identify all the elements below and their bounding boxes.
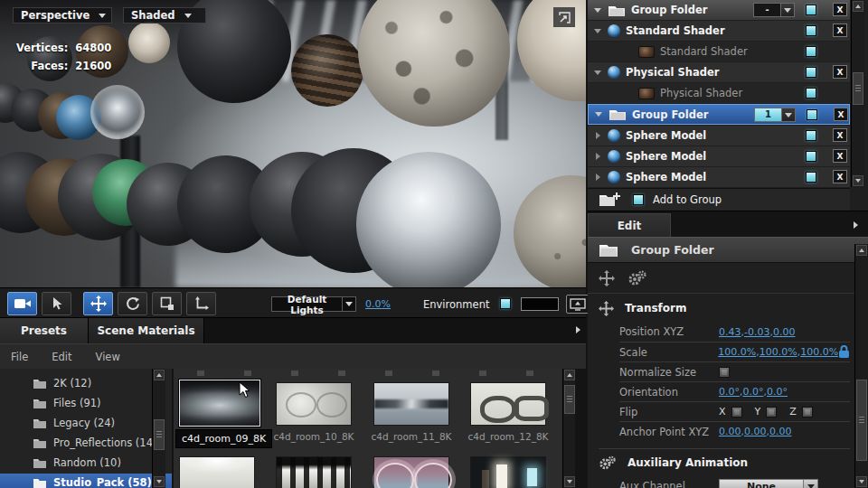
scroll-down-icon[interactable] (154, 476, 165, 487)
folder-item-legacy[interactable]: Legacy (24) (0, 414, 172, 432)
tree-row-sphere-model-3[interactable]: Sphere Model X (588, 167, 850, 187)
light-intensity-value[interactable]: 0.0% (365, 298, 391, 310)
transform-move-icon[interactable] (599, 270, 615, 286)
folder-tree-scrollbar[interactable] (152, 369, 165, 488)
material-sphere[interactable] (358, 0, 510, 127)
thumbnail-row2-2[interactable] (276, 456, 352, 488)
expand-icon[interactable] (588, 153, 608, 160)
rotate-tool-button[interactable] (118, 292, 147, 315)
thumbnail-c4d-room-10[interactable] (276, 382, 352, 426)
thumbnail-c4d-room-11[interactable] (373, 382, 449, 426)
scroll-up-icon[interactable] (853, 1, 863, 12)
visibility-checkbox[interactable] (806, 130, 816, 141)
visibility-checkbox[interactable] (807, 109, 817, 120)
visibility-checkbox[interactable] (806, 5, 816, 15)
folder-item-random[interactable]: Random (10) (0, 454, 172, 472)
tab-next-icon[interactable] (846, 217, 864, 233)
camera-mode-dropdown[interactable]: Perspective (13, 7, 112, 23)
delete-button[interactable]: X (833, 128, 847, 142)
anchor-y-value[interactable]: 0.00 (744, 426, 767, 437)
delete-button[interactable]: X (833, 3, 847, 16)
scrollbar-thumb[interactable] (853, 72, 863, 105)
thumbnail-row2-4[interactable] (470, 456, 546, 488)
delete-button[interactable]: X (833, 170, 847, 183)
thumbnail-row2-3[interactable] (373, 456, 449, 488)
expand-viewport-icon[interactable] (553, 7, 575, 27)
anchor-x-value[interactable]: 0.00 (719, 426, 741, 437)
thumbnail-scrollbar[interactable] (562, 369, 575, 488)
menu-file[interactable]: File (11, 351, 28, 363)
scrollbar-thumb[interactable] (564, 385, 575, 414)
background-color-swatch[interactable] (521, 297, 559, 311)
folder-plus-icon[interactable] (599, 192, 620, 208)
environment-checkbox[interactable] (500, 298, 511, 309)
scroll-up-icon[interactable] (564, 370, 575, 380)
select-tool-button[interactable] (42, 292, 71, 315)
tab-presets[interactable]: Presets (0, 318, 89, 343)
tab-edit[interactable]: Edit (588, 213, 671, 238)
flip-x-checkbox[interactable] (731, 407, 742, 418)
visibility-checkbox[interactable] (806, 172, 816, 183)
folder-item-files[interactable]: Files (91) (0, 394, 172, 412)
tab-overflow-icon[interactable] (576, 326, 580, 333)
delete-button[interactable]: X (833, 149, 847, 163)
scale-z-value[interactable]: 100.0% (800, 346, 838, 358)
flip-y-checkbox[interactable] (766, 407, 777, 418)
orientation-z-value[interactable]: 0.0° (767, 386, 788, 398)
collapse-icon[interactable] (588, 29, 608, 33)
gears-icon[interactable] (627, 270, 647, 286)
position-x-value[interactable]: 0.43 (719, 326, 741, 338)
menu-view[interactable]: View (96, 351, 120, 363)
menu-edit[interactable]: Edit (52, 351, 71, 363)
scroll-down-icon[interactable] (564, 476, 575, 487)
tree-row-physical-shader[interactable]: Physical Shader X (588, 62, 850, 82)
material-sphere[interactable] (517, 0, 586, 101)
material-sphere[interactable] (128, 22, 170, 63)
position-z-value[interactable]: 0.00 (773, 326, 796, 338)
thumbnail-row2-1[interactable] (179, 456, 255, 488)
scrollbar-thumb[interactable] (154, 419, 165, 450)
scale-x-value[interactable]: 100.0% (718, 346, 756, 358)
orientation-x-value[interactable]: 0.0° (719, 386, 740, 398)
tree-row-physical-shader-material[interactable]: Physical Shader (588, 83, 850, 103)
lock-icon[interactable] (838, 345, 850, 359)
3d-viewport[interactable]: Perspective Shaded Vertices: 64800 Faces… (0, 0, 586, 287)
folder-item-pro-reflections[interactable]: Pro_Reflections (14) (0, 434, 172, 452)
shading-mode-dropdown[interactable]: Shaded (123, 7, 206, 23)
tree-row-standard-shader-material[interactable]: Standard Shader (588, 42, 850, 61)
delete-button[interactable]: X (834, 108, 848, 121)
scroll-up-icon[interactable] (856, 245, 867, 256)
position-y-value[interactable]: -0.03 (744, 326, 769, 338)
render-view-button[interactable] (566, 295, 590, 314)
scale-y-value[interactable]: 100.0% (760, 346, 797, 358)
folder-item-studio-pack[interactable]: Studio_Pack (58) (0, 474, 172, 488)
camera-tool-button[interactable] (7, 292, 37, 315)
thumbnail-c4d-room-12[interactable] (470, 382, 546, 426)
delete-button[interactable]: X (833, 23, 847, 37)
scrollbar-thumb[interactable] (856, 380, 867, 461)
move-tool-button[interactable] (83, 292, 113, 315)
scroll-down-icon[interactable] (856, 476, 867, 487)
expand-icon[interactable] (588, 132, 608, 139)
flip-z-checkbox[interactable] (802, 407, 813, 418)
tree-row-group-folder[interactable]: Group Folder - X (588, 0, 850, 20)
aux-channel-dropdown[interactable]: None (719, 479, 818, 488)
scroll-up-icon[interactable] (154, 370, 165, 380)
material-sphere[interactable] (90, 85, 145, 139)
tab-scene-materials[interactable]: Scene Materials (89, 318, 204, 343)
expand-icon[interactable] (588, 174, 608, 181)
visibility-checkbox[interactable] (806, 88, 816, 99)
tree-row-sphere-model-2[interactable]: Sphere Model X (588, 146, 850, 166)
normalize-size-checkbox[interactable] (719, 367, 730, 378)
anchor-z-value[interactable]: 0.00 (769, 426, 792, 437)
add-to-group-checkbox[interactable] (633, 194, 644, 205)
collapse-icon[interactable] (588, 8, 608, 13)
collapse-icon[interactable] (589, 112, 609, 117)
folder-item-2k[interactable]: 2K (12) (0, 374, 172, 392)
scroll-down-icon[interactable] (853, 175, 863, 186)
visibility-checkbox[interactable] (806, 67, 816, 78)
tree-row-group-folder-selected[interactable]: Group Folder 1 X (588, 104, 850, 125)
axis-tool-button[interactable] (186, 292, 216, 315)
inspector-scrollbar[interactable] (854, 244, 868, 488)
collapse-icon[interactable] (588, 70, 608, 75)
